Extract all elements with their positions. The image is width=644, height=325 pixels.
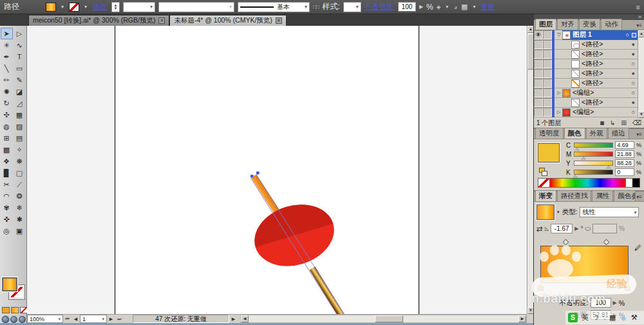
twirl-tool[interactable]: ❂ bbox=[14, 190, 26, 202]
draw-behind-button[interactable] bbox=[10, 316, 17, 323]
tab-layers[interactable]: 图层 bbox=[535, 19, 556, 30]
line-segment-tool[interactable]: ╲ bbox=[1, 63, 13, 74]
path-thumbnail[interactable] bbox=[571, 41, 580, 49]
magenta-slider[interactable] bbox=[574, 152, 613, 157]
target-icon[interactable]: ● bbox=[632, 99, 635, 106]
tab-gradient[interactable]: 渐变 bbox=[535, 190, 556, 201]
black-slider[interactable] bbox=[574, 170, 613, 175]
current-fill-swatch[interactable] bbox=[538, 143, 560, 162]
hue-spectrum[interactable] bbox=[550, 179, 625, 187]
new-sublayer-icon[interactable]: ↳ bbox=[610, 119, 615, 126]
draw-normal-button[interactable] bbox=[2, 316, 9, 323]
transform-link[interactable]: 变换 bbox=[480, 2, 495, 12]
opacity-flyout-icon[interactable]: ▶ bbox=[419, 4, 423, 10]
magic-wand-tool[interactable]: ✳ bbox=[1, 39, 13, 51]
rotate-tool[interactable]: ↻ bbox=[1, 97, 13, 109]
isolate-selection-icon[interactable]: ⚹ bbox=[437, 3, 441, 11]
artboard[interactable] bbox=[115, 26, 419, 314]
gradient-tool[interactable]: ▩ bbox=[1, 144, 13, 155]
group-name[interactable]: <编组> bbox=[573, 88, 594, 97]
recolor-artwork-icon[interactable]: ◕ bbox=[453, 3, 458, 11]
visibility-toggle[interactable] bbox=[534, 69, 543, 78]
magenta-value[interactable]: 21.88 bbox=[615, 150, 634, 158]
tab-transform[interactable]: 变换 bbox=[579, 19, 600, 30]
mini-fill-stroke-icon[interactable] bbox=[539, 168, 547, 175]
raster-dots-icon[interactable]: ∷∷ bbox=[313, 4, 319, 10]
visibility-toggle[interactable] bbox=[534, 79, 543, 88]
color-mode-button[interactable] bbox=[2, 307, 10, 313]
controlbar-menu-icon[interactable]: ≡ bbox=[636, 3, 640, 11]
canvas-hscrollbar[interactable]: ◀ ▶ bbox=[240, 315, 527, 323]
path-thumbnail[interactable] bbox=[571, 50, 580, 59]
layer-row[interactable]: <路径>○ bbox=[534, 59, 638, 69]
fill-dropdown-icon[interactable]: ▾ bbox=[59, 4, 66, 10]
crystallize-tool[interactable]: ❄ bbox=[14, 202, 26, 213]
brush-definition-combo[interactable]: 基本▾ bbox=[238, 2, 310, 12]
reverse-gradient-icon[interactable]: ⇄ bbox=[536, 224, 543, 233]
path-name[interactable]: <路径> bbox=[582, 98, 603, 107]
pencil-tool[interactable]: ✎ bbox=[14, 74, 26, 86]
perspective-grid-tool[interactable]: ⊞ bbox=[1, 132, 13, 144]
panel-menu-icon[interactable]: ▾≡ bbox=[636, 194, 644, 201]
visibility-toggle[interactable] bbox=[534, 50, 543, 59]
tab-stroke[interactable]: 描边 bbox=[608, 128, 629, 139]
status-flyout-icon[interactable]: ▶ bbox=[229, 315, 238, 323]
visibility-toggle[interactable] bbox=[534, 59, 543, 68]
expand-triangle-icon[interactable]: ▷ bbox=[556, 90, 562, 95]
target-icon[interactable]: ● bbox=[632, 70, 635, 77]
visibility-eye-icon[interactable]: 👁 bbox=[534, 30, 543, 39]
tab-appearance[interactable]: 外观 bbox=[586, 128, 607, 139]
lock-toggle[interactable] bbox=[543, 40, 552, 49]
path-name[interactable]: <路径> bbox=[582, 59, 603, 68]
layer-thumbnail[interactable] bbox=[562, 31, 571, 39]
expand-triangle-icon[interactable]: ▽ bbox=[556, 32, 562, 37]
scroll-left-icon[interactable]: ◀ bbox=[241, 315, 249, 322]
tab-color[interactable]: 颜色 bbox=[564, 128, 585, 139]
stroke-color-swatch[interactable] bbox=[69, 3, 79, 12]
width-profile-combo[interactable]: ▾ bbox=[158, 2, 234, 12]
free-transform-tool[interactable]: ▦ bbox=[14, 109, 26, 121]
target-icon[interactable]: ● bbox=[632, 41, 635, 48]
group-name[interactable]: <编组> bbox=[573, 108, 594, 117]
delete-layer-icon[interactable]: ⌫ bbox=[632, 119, 641, 126]
gradient-stop[interactable] bbox=[625, 284, 630, 291]
yellow-value[interactable]: 88.28 bbox=[615, 159, 634, 167]
print-tiling-tool[interactable]: ▣ bbox=[14, 225, 26, 237]
lock-toggle[interactable] bbox=[543, 59, 552, 68]
tab-document-1[interactable]: meicon50 [转换].ai* @ 300% (RGB/预览) ✕ bbox=[28, 15, 169, 26]
visibility-toggle[interactable] bbox=[534, 40, 543, 49]
artboard-nav-combo[interactable]: 1▾ bbox=[80, 315, 107, 323]
yellow-slider[interactable] bbox=[574, 161, 613, 166]
anchor-point[interactable] bbox=[256, 172, 260, 175]
layer-row[interactable]: <路径>○ bbox=[534, 79, 638, 88]
layer-name[interactable]: 图层 1 bbox=[573, 30, 592, 39]
style-combo[interactable]: ▾ bbox=[343, 2, 361, 12]
new-layer-icon[interactable]: ⊞ bbox=[621, 119, 626, 126]
pen-tool[interactable]: ✒ bbox=[1, 51, 13, 63]
lock-toggle[interactable] bbox=[543, 50, 552, 59]
hscroll-thumb[interactable] bbox=[375, 315, 403, 322]
gradient-stop[interactable] bbox=[538, 284, 544, 291]
tab-document-2[interactable]: 未标题-4* @ 100% (CMYK/预览) ✕ bbox=[169, 15, 286, 26]
black-value[interactable]: 0 bbox=[615, 168, 634, 176]
stroke-dropdown-icon[interactable]: ▾ bbox=[82, 4, 89, 10]
gradient-swatch-dropdown-icon[interactable]: ▾ bbox=[557, 210, 560, 215]
tab-color-guide[interactable]: 颜色参 bbox=[614, 190, 636, 201]
lock-toggle[interactable] bbox=[543, 108, 552, 117]
canvas-area[interactable] bbox=[27, 26, 527, 314]
none-swatch[interactable] bbox=[538, 179, 550, 187]
cyan-value[interactable]: 4.69 bbox=[615, 141, 634, 149]
next-artboard-icon[interactable]: ▶ bbox=[107, 315, 115, 323]
paintbrush-tool[interactable]: ✏ bbox=[1, 74, 13, 86]
tab-attributes[interactable]: 属性 bbox=[592, 190, 613, 201]
type-tool[interactable]: T bbox=[14, 51, 26, 63]
keyboard-icon[interactable]: ▦ bbox=[609, 313, 616, 322]
path-name[interactable]: <路径> bbox=[582, 40, 603, 49]
sogou-logo-icon[interactable]: S bbox=[568, 313, 578, 322]
visibility-toggle[interactable] bbox=[534, 88, 543, 97]
layer-row[interactable]: <路径>● bbox=[534, 40, 638, 50]
tab-2-close-icon[interactable]: ✕ bbox=[276, 17, 282, 24]
mesh-tool[interactable]: ▤ bbox=[14, 132, 26, 144]
fill-color-swatch[interactable] bbox=[46, 3, 56, 12]
layers-scrollbar[interactable]: ▲ ▼ bbox=[638, 30, 644, 118]
